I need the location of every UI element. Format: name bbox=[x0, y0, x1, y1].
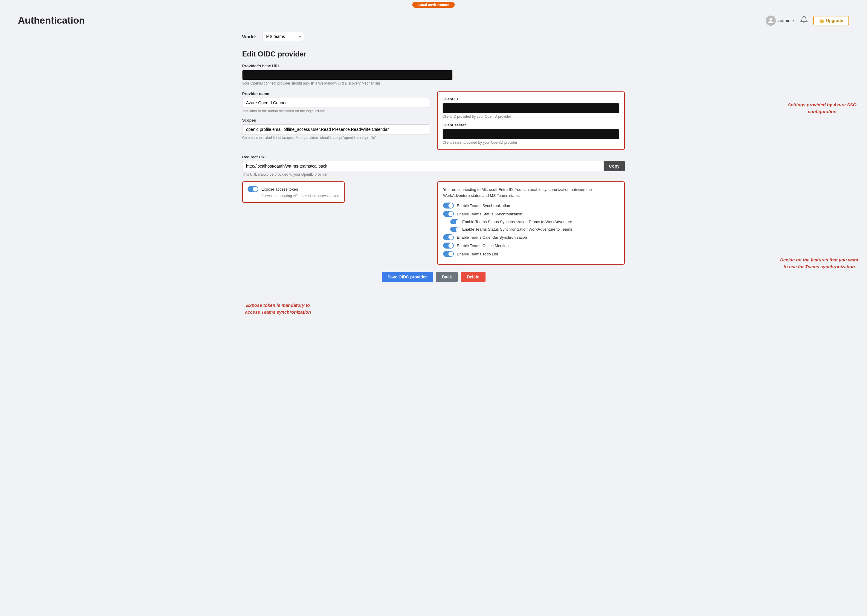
upgrade-label: Upgrade bbox=[826, 18, 843, 23]
sync-info-section: You are connecting to Microsoft Entra ID… bbox=[437, 181, 625, 265]
client-id-label: Client ID bbox=[443, 97, 620, 101]
client-id-field: Client ID Client ID provided by your Ope… bbox=[443, 97, 620, 119]
sync-info-desc: You are connecting to Microsoft Entra ID… bbox=[443, 187, 619, 198]
annotation-expose-token: Expose token is mandatory to access Team… bbox=[239, 302, 317, 316]
sync-option-label: Enable Teams Todo List bbox=[457, 252, 498, 256]
expose-token-toggle[interactable] bbox=[247, 186, 258, 192]
provider-base-url-label: Provider's base URL bbox=[242, 64, 625, 68]
expose-token-row: Expose access token bbox=[247, 186, 339, 192]
main-content: World: MS teams Default Edit OIDC provid… bbox=[224, 29, 643, 294]
sync-toggle-4[interactable] bbox=[443, 234, 454, 240]
client-secret-label: Client secret bbox=[443, 123, 620, 127]
scopes-label: Scopes bbox=[242, 118, 430, 123]
sync-option-label: Enable Teams Online Meeting bbox=[457, 244, 509, 248]
sync-options-container: Enable Teams SynchronizationEnable Teams… bbox=[443, 203, 619, 257]
local-env-badge: Local environment bbox=[412, 2, 455, 8]
provider-name-input[interactable] bbox=[242, 98, 430, 108]
client-id-hint: Client ID provided by your OpenID provid… bbox=[443, 115, 620, 119]
redirect-url-input[interactable] bbox=[242, 161, 604, 171]
redirect-url-label: Redirect URL bbox=[242, 155, 625, 159]
sync-option-label: Enable Teams Calendar Synchronization bbox=[457, 235, 527, 240]
action-buttons: Save OIDC provider Back Delete bbox=[242, 272, 625, 282]
client-box: Client ID Client ID provided by your Ope… bbox=[437, 91, 625, 150]
page-title: Authentication bbox=[18, 15, 85, 26]
scopes-hint: Comma-separated list of scopes. Most pro… bbox=[242, 136, 430, 140]
client-id-input[interactable] bbox=[443, 103, 620, 113]
sync-toggle-3[interactable] bbox=[450, 227, 459, 232]
sync-option-row: Enable Teams Status Synchronization Team… bbox=[450, 219, 619, 224]
sync-toggle-2[interactable] bbox=[450, 219, 459, 224]
sync-option-label: Enable Teams Synchronization bbox=[457, 203, 510, 208]
sync-option-label: Enable Teams Status Synchronization bbox=[457, 212, 522, 216]
annotation-right-bottom: Decide on the features that you want to … bbox=[777, 257, 861, 270]
expose-token-hint: Allows the scripting API to read this ac… bbox=[261, 194, 339, 198]
provider-name-label: Provider name bbox=[242, 91, 430, 96]
world-label: World: bbox=[242, 34, 256, 39]
annotation-right-top: Settings provided by Azure SSO configura… bbox=[786, 102, 858, 115]
bottom-area: Expose access token Allows the scripting… bbox=[242, 181, 625, 265]
client-secret-input[interactable] bbox=[443, 129, 620, 139]
sync-option-row: Enable Teams Status Synchronization Work… bbox=[450, 227, 619, 232]
sync-toggle-6[interactable] bbox=[443, 251, 454, 257]
sync-toggle-1[interactable] bbox=[443, 211, 454, 217]
header: Authentication admin ▾ 👑 Upgrade bbox=[0, 9, 867, 29]
sync-option-row: Enable Teams Status Synchronization bbox=[443, 211, 619, 217]
sync-toggle-5[interactable] bbox=[443, 243, 454, 248]
avatar bbox=[766, 16, 776, 26]
provider-base-url-hint: Your OpenID connect provider should publ… bbox=[242, 81, 625, 85]
user-name: admin bbox=[778, 18, 790, 23]
header-right: admin ▾ 👑 Upgrade bbox=[766, 16, 849, 26]
sync-option-label: Enable Teams Status Synchronization Work… bbox=[462, 227, 572, 231]
scopes-input[interactable] bbox=[242, 124, 430, 134]
client-secret-hint: Client secret provided by your OpenID pr… bbox=[443, 140, 620, 145]
world-select-wrapper[interactable]: MS teams Default bbox=[262, 32, 304, 41]
copy-button[interactable]: Copy bbox=[604, 161, 625, 171]
sync-option-row: Enable Teams Calendar Synchronization bbox=[443, 234, 619, 240]
notifications-icon[interactable] bbox=[800, 16, 808, 25]
user-menu[interactable]: admin ▾ bbox=[766, 16, 794, 26]
left-col: Provider name The label of the button di… bbox=[242, 91, 430, 150]
redirect-url-hint: This URL should be provided to your Open… bbox=[242, 172, 625, 176]
sync-toggle-0[interactable] bbox=[443, 203, 454, 209]
two-col-row: Provider name The label of the button di… bbox=[242, 91, 625, 150]
provider-name-hint: The label of the button displayed on the… bbox=[242, 109, 430, 113]
sync-option-row: Enable Teams Synchronization bbox=[443, 203, 619, 209]
upgrade-button[interactable]: 👑 Upgrade bbox=[813, 16, 849, 25]
sync-option-label: Enable Teams Status Synchronization Team… bbox=[462, 220, 572, 224]
sync-option-row: Enable Teams Online Meeting bbox=[443, 243, 619, 248]
provider-base-url-row: Provider's base URL Your OpenID connect … bbox=[242, 64, 625, 85]
world-select[interactable]: MS teams Default bbox=[262, 32, 304, 41]
provider-name-field: Provider name The label of the button di… bbox=[242, 91, 430, 113]
user-chevron-icon: ▾ bbox=[793, 19, 794, 22]
expose-token-label: Expose access token bbox=[261, 187, 298, 192]
expose-token-section: Expose access token Allows the scripting… bbox=[242, 181, 430, 265]
sync-option-row: Enable Teams Todo List bbox=[443, 251, 619, 257]
client-secret-field: Client secret Client secret provided by … bbox=[443, 123, 620, 145]
redirect-url-row: Redirect URL Copy This URL should be pro… bbox=[242, 155, 625, 176]
save-button[interactable]: Save OIDC provider bbox=[382, 272, 433, 282]
provider-base-url-input[interactable] bbox=[242, 70, 452, 80]
upgrade-icon: 👑 bbox=[819, 18, 824, 23]
top-banner: Local environment bbox=[0, 0, 867, 9]
back-button[interactable]: Back bbox=[436, 272, 458, 282]
edit-oidc-title: Edit OIDC provider bbox=[242, 50, 625, 58]
scopes-field: Scopes Comma-separated list of scopes. M… bbox=[242, 118, 430, 140]
sync-info-box: You are connecting to Microsoft Entra ID… bbox=[437, 181, 625, 265]
redirect-url-input-wrapper: Copy bbox=[242, 161, 625, 171]
world-row: World: MS teams Default bbox=[242, 32, 625, 41]
expose-token-box: Expose access token Allows the scripting… bbox=[242, 181, 345, 203]
delete-button[interactable]: Delete bbox=[461, 272, 485, 282]
